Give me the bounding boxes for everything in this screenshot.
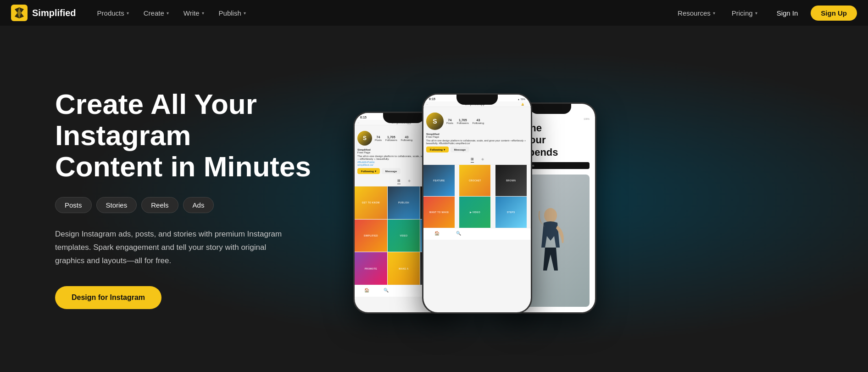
profile-avatar: S: [426, 113, 444, 130]
grid-cell: STEPS: [495, 197, 527, 228]
stat-followers: 1,705 Followers: [457, 118, 469, 124]
chevron-down-icon: ▾: [755, 11, 757, 16]
stat-following: 43 Following: [401, 135, 412, 141]
logo[interactable]: Simplified: [11, 5, 76, 21]
search-nav-icon[interactable]: 🔍: [456, 231, 461, 237]
hero-section: Create All Your Instagram Content in Min…: [0, 26, 868, 372]
grid-cell: FEATURE: [423, 165, 455, 196]
home-nav-icon[interactable]: 🏠: [364, 288, 369, 294]
nav-write[interactable]: Write ▾: [177, 6, 211, 21]
tag-stories[interactable]: Stories: [96, 197, 137, 213]
chevron-down-icon: ▾: [127, 11, 129, 16]
grid-cell: PROMOTE: [355, 252, 387, 285]
phone-notch: [383, 113, 424, 123]
hero-tags: Posts Stories Reels Ads: [55, 197, 321, 213]
tag-reels[interactable]: Reels: [141, 197, 178, 213]
phone-screen: 8:15 ▲ 50% ← simplified.app 🔔 ⋮: [423, 95, 531, 312]
profile-bio: Simplified Free Page The all-in-one desi…: [423, 133, 531, 147]
back-icon: ←: [357, 121, 360, 124]
phone-notch: [456, 95, 498, 105]
grid-cell: ▶ VIDEO: [459, 197, 490, 228]
wifi-icon: ▲: [517, 98, 520, 101]
stat-posts: 74 Posts: [446, 118, 453, 124]
status-battery: 100%: [584, 118, 590, 120]
nav-publish[interactable]: Publish ▾: [212, 6, 252, 21]
browser-icons: 🔔 ⋮: [521, 103, 528, 106]
stat-posts: 74 Posts: [375, 135, 382, 141]
grid-toggle: ⊞ ◈: [423, 155, 531, 165]
add-nav-icon[interactable]: ＋: [402, 288, 406, 294]
signup-button[interactable]: Sign Up: [811, 6, 857, 21]
reels-nav-icon[interactable]: ▶: [498, 231, 501, 237]
svg-point-1: [544, 208, 557, 223]
back-icon: ←: [426, 103, 428, 106]
phone-center: 8:15 ▲ 50% ← simplified.app 🔔 ⋮: [422, 93, 532, 314]
chevron-down-icon: ▾: [202, 11, 204, 16]
hero-title: Create All Your Instagram Content in Min…: [55, 89, 321, 183]
profile-nav-icon[interactable]: ●: [517, 231, 520, 237]
status-time: 8:15: [429, 97, 435, 101]
profile-avatar: S: [357, 131, 372, 146]
tag-posts[interactable]: Posts: [55, 197, 92, 213]
instagram-grid: FEATURE CROCHET BROWN WANT TO MAKE ▶ VID…: [423, 165, 531, 228]
follow-button[interactable]: Following ▾: [426, 147, 449, 152]
cta-design-button[interactable]: Design for Instagram: [55, 286, 161, 309]
nav-left: Products ▾ Create ▾ Write ▾ Publish ▾: [91, 6, 671, 21]
message-button[interactable]: Message: [382, 168, 401, 174]
grid-icon[interactable]: ⊞: [471, 157, 474, 163]
status-time: 6:15: [360, 116, 367, 119]
hero-visual: 6:15 ▲ ||| ← simplified.app 🔔 ⋮: [349, 84, 813, 314]
tag-icon[interactable]: ◈: [408, 179, 411, 184]
brand-name: Simplified: [32, 8, 76, 18]
more-icon: ⋮: [526, 103, 528, 106]
nav-resources[interactable]: Resources ▾: [671, 6, 722, 21]
person-silhouette: [532, 206, 569, 275]
profile-action-buttons: Following ▾ Message: [423, 147, 531, 155]
chevron-down-icon: ▾: [713, 11, 715, 16]
grid-cell: BROWN: [495, 165, 527, 196]
tag-icon[interactable]: ◈: [481, 157, 484, 163]
chevron-down-icon: ▾: [167, 11, 169, 16]
home-nav-icon[interactable]: 🏠: [434, 231, 440, 237]
grid-cell: PUBLISH: [388, 186, 420, 219]
stat-followers: 1,705 Followers: [385, 135, 397, 141]
grid-cell: WANT TO MAKE: [423, 197, 455, 228]
grid-icon[interactable]: ⊞: [397, 179, 401, 184]
simplified-logo-icon: [11, 5, 28, 21]
signal-icon: 50%: [521, 98, 525, 101]
profile-row: S 74 Posts 1,705 Followers 43: [423, 110, 531, 133]
bottom-nav: 🏠 🔍 ＋ ▶ ●: [423, 228, 531, 240]
hero-content: Create All Your Instagram Content in Min…: [55, 89, 321, 309]
grid-cell: GET TO KNOW: [355, 186, 387, 219]
status-icons: ▲ 50%: [517, 98, 525, 101]
grid-cell: VIDEO: [388, 220, 420, 252]
stat-following: 43 Following: [473, 118, 484, 124]
grid-cell: CROCHET: [459, 165, 490, 196]
message-button[interactable]: Message: [451, 147, 469, 152]
hero-description: Design Instagram ads, posts, and stories…: [55, 228, 294, 268]
profile-stats: 74 Posts 1,705 Followers 43 Following: [375, 135, 412, 141]
notification-icon: 🔔: [521, 103, 524, 106]
signin-button[interactable]: Sign In: [768, 6, 807, 21]
nav-products[interactable]: Products ▾: [91, 6, 135, 21]
profile-stats: 74 Posts 1,705 Followers 43 Following: [446, 118, 484, 124]
chevron-down-icon: ▾: [244, 11, 246, 16]
search-nav-icon[interactable]: 🔍: [384, 288, 389, 294]
tag-ads[interactable]: Ads: [183, 197, 214, 213]
nav-pricing[interactable]: Pricing ▾: [725, 6, 764, 21]
grid-cell: MAKE A: [388, 252, 420, 285]
follow-button[interactable]: Following ▾: [357, 168, 380, 174]
navbar: Simplified Products ▾ Create ▾ Write ▾ P…: [0, 0, 868, 26]
add-nav-icon[interactable]: ＋: [477, 231, 481, 237]
phone-notch: [530, 104, 571, 114]
nav-right: Resources ▾ Pricing ▾ Sign In Sign Up: [671, 6, 857, 21]
grid-cell: SIMPLIFIED: [355, 220, 387, 252]
nav-create[interactable]: Create ▾: [137, 6, 175, 21]
